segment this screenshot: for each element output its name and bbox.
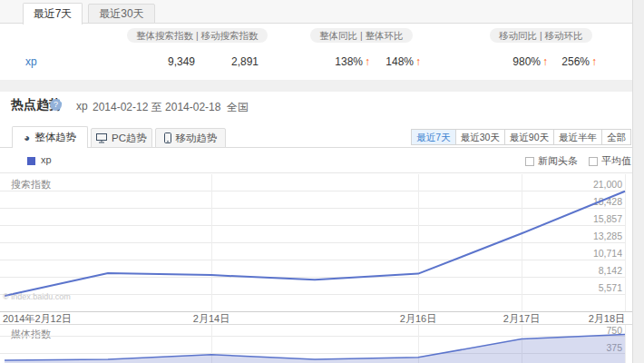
average-label[interactable]: 平均值 (601, 154, 631, 168)
overlay-checkbox-row: 新闻头条 平均值 (525, 154, 631, 168)
trend-date-range: 2014-02-12 至 2014-02-18 (93, 100, 220, 115)
header-search-index-group: 整体搜索指数 | 移动搜索指数 (127, 28, 268, 43)
mobile-mom-number: 256% (561, 55, 590, 68)
monitor-icon (96, 133, 107, 143)
news-headlines-checkbox[interactable] (525, 157, 534, 166)
legend-swatch[interactable] (27, 157, 35, 165)
tab-last-7-days[interactable]: 最近7天 (23, 3, 83, 25)
mobile-icon (164, 132, 171, 143)
range-button-group: 最近7天 最近30天 最近90天 最近半年 全部 (411, 129, 631, 145)
range-all[interactable]: 全部 (601, 130, 630, 144)
keyword-link[interactable]: xp (25, 55, 37, 68)
legend-label[interactable]: xp (41, 154, 52, 165)
watermark: © index.baidu.com (3, 292, 71, 301)
header-mobile-compare-group: 移动同比 | 移动环比 (490, 28, 592, 43)
pie-chart-icon: ◕ (24, 132, 30, 143)
search-index-line-chart[interactable] (0, 172, 632, 311)
help-icon[interactable]: ? (50, 99, 62, 111)
tab-pc-trend[interactable]: PC趋势 (91, 128, 152, 148)
news-headlines-label[interactable]: 新闻头条 (538, 154, 578, 168)
tab-overall-trend-label: 整体趋势 (34, 131, 76, 144)
overall-mom-number: 148% (385, 55, 414, 68)
trend-keyword: xp (76, 100, 88, 113)
mobile-search-index-value: 2,891 (195, 55, 259, 68)
up-arrow-icon: ↑ (591, 56, 597, 67)
tab-overall-trend[interactable]: ◕ 整体趋势 (12, 126, 88, 148)
average-checkbox[interactable] (589, 157, 598, 166)
tab-last-30-days[interactable]: 最近30天 (88, 4, 155, 24)
tab-mobile-trend-label: 移动趋势 (176, 132, 218, 145)
trend-region: 全国 (227, 100, 249, 115)
range-last-7-days[interactable]: 最近7天 (412, 130, 454, 144)
mobile-mom-value: 256% ↑ (533, 55, 597, 68)
header-overall-compare-group: 整体同比 | 整体环比 (310, 28, 413, 43)
tab-mobile-trend[interactable]: 移动趋势 (155, 128, 226, 148)
media-index-area-chart[interactable] (0, 324, 632, 363)
page-background-strip (632, 0, 644, 363)
overall-search-index-value: 9,349 (132, 55, 195, 68)
range-last-30-days[interactable]: 最近30天 (455, 130, 504, 144)
section-divider (0, 80, 644, 92)
overall-mom-value: 148% ↑ (357, 55, 421, 68)
range-last-90-days[interactable]: 最近90天 (504, 130, 553, 144)
tab-pc-trend-label: PC趋势 (112, 132, 147, 145)
up-arrow-icon: ↑ (415, 56, 421, 67)
range-last-half-year[interactable]: 最近半年 (553, 130, 601, 144)
